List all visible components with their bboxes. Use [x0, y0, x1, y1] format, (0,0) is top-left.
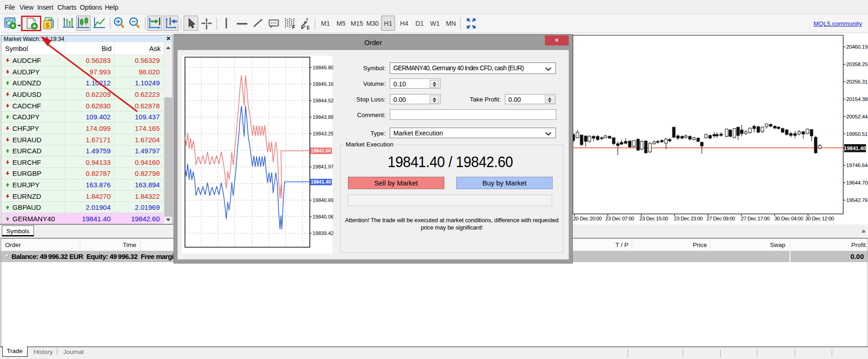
svg-text:D1: D1	[415, 20, 424, 27]
svg-text:20460.19: 20460.19	[846, 44, 868, 50]
svg-text:H1: H1	[384, 20, 392, 27]
svg-text:19746.64: 19746.64	[846, 162, 868, 168]
svg-text:19840.69: 19840.69	[313, 197, 333, 203]
svg-text:19839.42: 19839.42	[313, 230, 333, 236]
svg-text:30 Dec 04:00: 30 Dec 04:00	[774, 216, 803, 221]
svg-text:E: E	[307, 25, 310, 30]
svg-text:H4: H4	[400, 20, 409, 27]
svg-text:MN: MN	[446, 20, 456, 27]
svg-text:F: F	[292, 24, 296, 30]
svg-text:27 Dec 09:00: 27 Dec 09:00	[706, 216, 735, 221]
svg-text:19842.60: 19842.60	[311, 148, 331, 153]
svg-text:27 Dec 17:00: 27 Dec 17:00	[741, 216, 769, 221]
svg-text:19841.97: 19841.97	[313, 164, 333, 169]
svg-text:30 Dec 12:00: 30 Dec 12:00	[805, 216, 834, 221]
svg-text:19841.40: 19841.40	[844, 146, 866, 151]
svg-text:23 Dec 15:00: 23 Dec 15:00	[639, 216, 668, 221]
svg-text:20358.25: 20358.25	[846, 61, 868, 67]
svg-text:M30: M30	[366, 20, 379, 27]
svg-text:20 Dec 20:00: 20 Dec 20:00	[573, 216, 601, 221]
svg-text:$: $	[45, 21, 50, 29]
svg-text:19840.06: 19840.06	[313, 214, 333, 219]
svg-text:20052.44: 20052.44	[846, 113, 868, 119]
svg-text:M5: M5	[336, 20, 346, 27]
svg-text:19841.40: 19841.40	[311, 179, 331, 185]
svg-text:20256.31: 20256.31	[846, 79, 868, 84]
svg-text:23 Dec 07:00: 23 Dec 07:00	[605, 216, 634, 221]
svg-text:23 Dec 23:00: 23 Dec 23:00	[674, 216, 702, 221]
svg-text:M15: M15	[351, 20, 363, 27]
svg-text:19644.70: 19644.70	[846, 180, 868, 185]
svg-text:M1: M1	[321, 20, 330, 27]
svg-text:19950.51: 19950.51	[846, 131, 868, 137]
svg-text:19542.76: 19542.76	[846, 197, 868, 203]
svg-text:20154.38: 20154.38	[846, 96, 868, 102]
svg-text:W1: W1	[430, 20, 440, 27]
